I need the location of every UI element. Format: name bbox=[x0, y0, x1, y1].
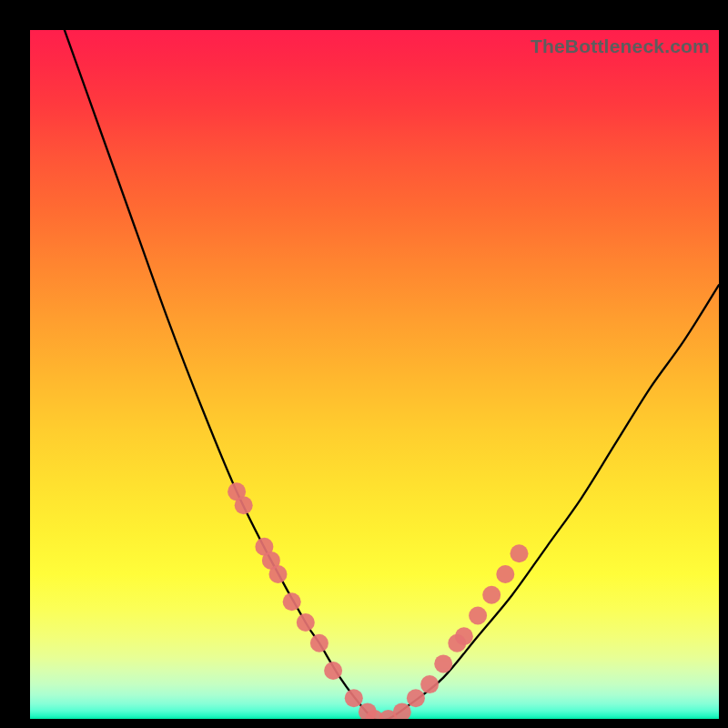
chart-stage: TheBottleneck.com bbox=[0, 0, 728, 728]
marker-dot bbox=[407, 689, 425, 707]
marker-dot bbox=[482, 586, 500, 604]
plot-area: TheBottleneck.com bbox=[30, 30, 719, 719]
bottleneck-curve-path bbox=[65, 30, 719, 719]
marker-dot bbox=[345, 689, 363, 707]
marker-dot bbox=[235, 496, 253, 514]
marker-dot bbox=[496, 565, 514, 583]
marker-layer bbox=[228, 482, 528, 719]
marker-dot bbox=[283, 592, 301, 611]
marker-dot bbox=[434, 654, 452, 672]
marker-dot bbox=[324, 662, 342, 680]
marker-dot bbox=[310, 634, 329, 652]
marker-dot bbox=[269, 565, 288, 583]
marker-dot bbox=[511, 544, 529, 562]
marker-dot bbox=[469, 607, 487, 625]
curve-layer bbox=[30, 30, 719, 719]
marker-dot bbox=[455, 627, 473, 645]
marker-dot bbox=[297, 613, 315, 632]
marker-dot bbox=[420, 675, 439, 693]
